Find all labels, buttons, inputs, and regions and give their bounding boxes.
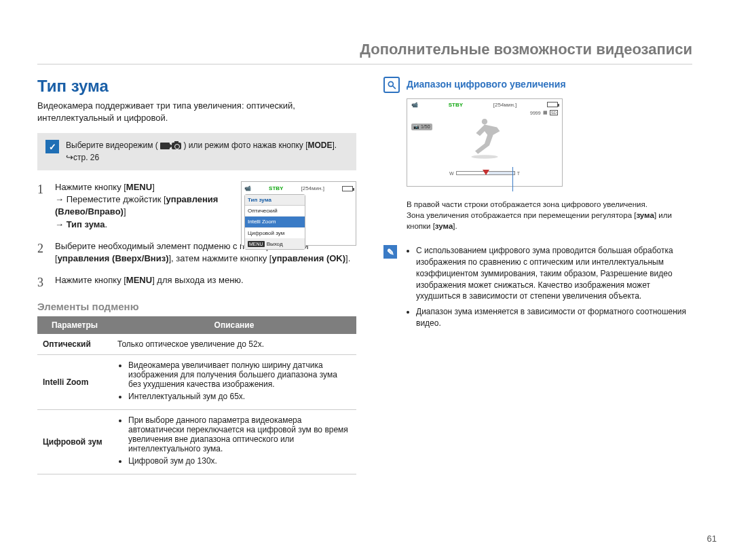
row-digital-name: Цифровой зум (37, 410, 112, 474)
magnifier-icon (383, 77, 400, 93)
note-pre: Выберите видеорежим ( (66, 141, 158, 150)
row-intelli-desc: Видеокамера увеличивает полную ширину да… (112, 355, 356, 410)
step-1-body: Нажмите кнопку [MENU] → Переместите джой… (55, 181, 356, 231)
callout-line (512, 167, 513, 191)
s1-dot: . (105, 219, 107, 229)
table-row: Цифровой зум При выборе данного параметр… (37, 410, 356, 474)
zoom-t: T (515, 171, 522, 176)
table-row: Intelli Zoom Видеокамера увеличивает пол… (37, 355, 356, 410)
menu-panel: Тип зума Оптический Intelli Zoom Цифрово… (244, 194, 305, 250)
zs-stby: STBY (449, 102, 463, 108)
digital-b1: При выборе данного параметра видеокамера… (128, 415, 351, 453)
s1-arrow1: → (55, 194, 64, 204)
th-desc: Описание (112, 316, 356, 334)
s3-t2: ] для выхода из меню. (152, 275, 244, 285)
mode-note-box: Выберите видеорежим ( ) или режим фото н… (37, 133, 356, 170)
intelli-b2: Интеллектуальный зум до 65x. (128, 392, 351, 401)
table-row: Оптический Только оптическое увеличение … (37, 334, 356, 355)
zs-shutter-icon: 📷 (413, 124, 419, 129)
skateboarder-silhouette (461, 114, 508, 162)
info-b2: Диапазон зума изменяется в зависимости о… (416, 306, 692, 329)
camera-icon (172, 143, 181, 149)
menu-btn-label: MENU (248, 241, 265, 248)
s3-menu: MENU (126, 275, 152, 285)
menu-footer: MENU Выход (245, 239, 305, 249)
left-column: Тип зума Видеокамера поддерживает три ти… (37, 77, 356, 474)
zs-shutter-val: 1/50 (421, 124, 430, 129)
s1-t4: ] (124, 206, 126, 217)
zoom-title: Диапазон цифрового увеличения (407, 77, 566, 90)
menu-item-digital[interactable]: Цифровой зум (245, 228, 305, 239)
mode-label: MODE (308, 141, 333, 150)
zn2c: зума (435, 222, 453, 230)
video-icon (160, 143, 170, 149)
stby-label: STBY (269, 185, 283, 192)
note-end: ]. (333, 141, 337, 150)
s1-arrow2: → (55, 219, 64, 229)
zoom-track[interactable] (456, 171, 515, 175)
zs-shutter: 📷 1/50 (411, 124, 432, 130)
row-intelli-name: Intelli Zoom (37, 355, 112, 410)
camera-menu-screen: 📹 STBY [254мин.] Тип зума Оптический Int… (241, 181, 356, 246)
row-optical-desc: Только оптическое увеличение до 52x. (112, 334, 356, 355)
back-ref-arrow: ↪ (66, 152, 73, 162)
zs-battery-icon (547, 102, 558, 107)
zn2d: ]. (453, 222, 457, 230)
step-2-num: 2 (37, 240, 47, 257)
pencil-icon (383, 245, 397, 259)
zoom-header-row: Диапазон цифрового увеличения (383, 77, 692, 93)
step-1-num: 1 (37, 181, 47, 198)
zs-grid-icon: ▦ (543, 110, 548, 115)
zs-rec-icon: 📹 (411, 102, 418, 108)
zs-row2: 9999 ▦ SD (530, 110, 558, 115)
zoom-preview-screen: 📹 STBY [254мин.] 9999 ▦ SD 📷 1/50 (407, 98, 563, 187)
zn2w: зума (636, 211, 654, 219)
s2-ctrl: управления (Вверх/Вниз) (58, 253, 169, 263)
digital-b2: Цифровой зум до 130x. (128, 456, 351, 466)
s2-t2: ], затем нажмите кнопку [ (168, 253, 271, 263)
zs-top: 📹 STBY [254мин.] (411, 102, 558, 108)
page: Дополнительные возможности видеозаписи Т… (0, 0, 733, 560)
s2-ok: управления (OK) (271, 253, 345, 263)
s3-t1: Нажмите кнопку [ (55, 275, 126, 285)
info-b1: С использованием цифрового зума проводит… (416, 245, 692, 302)
info-list: С использованием цифрового зума проводит… (405, 245, 692, 333)
th-params: Параметры (37, 316, 112, 334)
zoom-bar: W T (447, 170, 522, 176)
row-digital-desc: При выборе данного параметра видеокамера… (112, 410, 356, 474)
menu-exit: Выход (267, 240, 283, 248)
zoom-note: В правой части строки отображается зона … (407, 199, 692, 231)
battery-icon (342, 186, 353, 191)
info-box: С использованием цифрового зума проводит… (383, 245, 692, 333)
mode-note-text: Выберите видеорежим ( ) или режим фото н… (66, 140, 348, 164)
menu-item-intelli[interactable]: Intelli Zoom (245, 217, 305, 227)
svg-line-1 (393, 86, 396, 89)
video-photo-icons (160, 143, 181, 149)
cam-rec-icon: 📹 (244, 185, 251, 192)
zs-count: 9999 (530, 111, 541, 115)
right-column: Диапазон цифрового увеличения 📹 STBY [25… (383, 77, 692, 474)
zoom-w: W (447, 171, 456, 176)
page-number: 61 (707, 534, 717, 544)
s2-t3: ]. (345, 253, 350, 263)
params-table: Параметры Описание Оптический Только опт… (37, 316, 356, 474)
zn1: В правой части строки отображается зона … (407, 200, 647, 208)
menu-header: Тип зума (245, 195, 305, 206)
steps-list: 1 Нажмите кнопку [MENU] → Переместите дж… (37, 181, 356, 291)
menu-item-optical[interactable]: Оптический (245, 206, 305, 217)
zs-time: [254мин.] (493, 102, 516, 108)
row-optical-name: Оптический (37, 334, 112, 355)
section-title: Тип зума (37, 77, 356, 96)
s1-t3: Переместите джойстик [ (67, 194, 166, 204)
submenu-title: Элементы подменю (37, 301, 356, 312)
step-1: 1 Нажмите кнопку [MENU] → Переместите дж… (37, 181, 356, 231)
s1-menu: MENU (126, 182, 152, 192)
zoom-knob[interactable] (483, 170, 489, 175)
s1-type: Тип зума (67, 219, 105, 229)
s1-t1: Нажмите кнопку [ (55, 182, 126, 192)
svg-point-2 (471, 155, 497, 159)
s1-t2: ] (152, 182, 155, 192)
cam-top-row: 📹 STBY [254мин.] (244, 185, 353, 192)
step-3-num: 3 (37, 274, 47, 291)
intelli-b1: Видеокамера увеличивает полную ширину да… (128, 360, 351, 389)
